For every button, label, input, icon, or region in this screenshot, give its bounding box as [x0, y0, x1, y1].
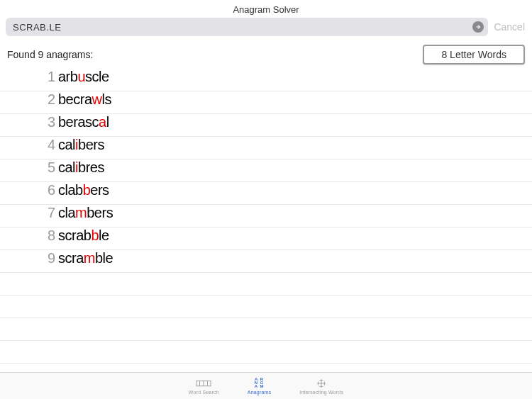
row-number: 9	[43, 250, 55, 266]
row-number: 6	[43, 182, 55, 198]
row-word: calibers	[58, 137, 104, 153]
list-item[interactable]: 6clabbers	[0, 182, 532, 205]
row-word: scrabble	[58, 227, 109, 244]
word-search-icon	[195, 378, 212, 389]
list-item[interactable]: 2becrawls	[0, 91, 532, 114]
tab-label: Anagrams	[248, 390, 272, 395]
anagram-icon: A RN GA M	[251, 378, 268, 389]
row-word: clambers	[58, 205, 113, 221]
row-number: 4	[43, 137, 55, 153]
list-item[interactable]: 4calibers	[0, 137, 532, 159]
row-number: 3	[43, 114, 55, 130]
search-input[interactable]	[13, 22, 472, 33]
tab-label: Word Search	[189, 390, 219, 395]
list-item[interactable]: 1arbuscle	[0, 69, 532, 91]
cancel-button[interactable]: Cancel	[494, 21, 526, 33]
intersecting-icon	[313, 378, 330, 389]
list-item[interactable]: 9scramble	[0, 250, 532, 273]
search-row: Cancel	[0, 18, 532, 40]
page-title: Anagram Solver	[0, 0, 532, 18]
row-number: 1	[43, 69, 55, 85]
row-word: berascal	[58, 114, 109, 130]
list-item[interactable]: 8scrabble	[0, 227, 532, 250]
list-item[interactable]: 5calibres	[0, 159, 532, 182]
row-word: clabbers	[58, 182, 109, 198]
row-word: becrawls	[58, 91, 111, 108]
row-number: 8	[43, 227, 55, 244]
row-word: scramble	[58, 250, 113, 266]
clear-icon[interactable]	[472, 21, 484, 33]
list-item-empty	[0, 296, 532, 318]
tab-intersecting-words[interactable]: Intersecting Words	[299, 378, 343, 395]
results-list: 1arbuscle2becrawls3berascal4calibers5cal…	[0, 69, 532, 364]
list-item[interactable]: 7clambers	[0, 205, 532, 227]
row-number: 7	[43, 205, 55, 221]
tab-word-search[interactable]: Word Search	[189, 378, 219, 395]
info-row: Found 9 anagrams: 8 Letter Words	[0, 40, 532, 67]
word-length-filter-button[interactable]: 8 Letter Words	[423, 45, 525, 64]
tab-bar: Word Search A RN GA M Anagrams Intersect…	[0, 372, 532, 399]
list-item-empty	[0, 273, 532, 296]
tab-anagrams[interactable]: A RN GA M Anagrams	[248, 378, 272, 395]
list-item-empty	[0, 318, 532, 341]
search-field[interactable]	[6, 18, 488, 36]
row-number: 5	[43, 159, 55, 176]
row-number: 2	[43, 91, 55, 108]
row-word: calibres	[58, 159, 104, 176]
list-item-empty	[0, 341, 532, 364]
row-word: arbuscle	[58, 69, 109, 85]
list-item[interactable]: 3berascal	[0, 114, 532, 137]
results-count: Found 9 anagrams:	[7, 49, 93, 60]
tab-label: Intersecting Words	[299, 390, 343, 395]
